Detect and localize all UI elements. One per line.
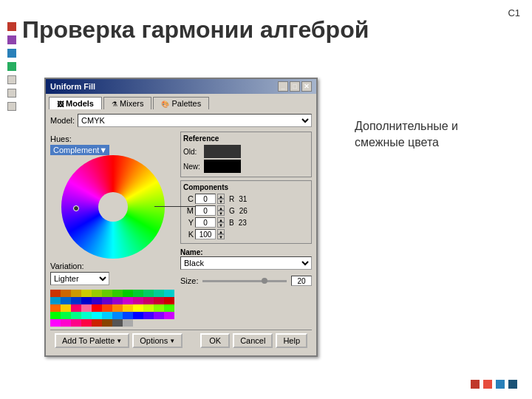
color-swatch[interactable] — [164, 304, 174, 312]
tab-mixers[interactable]: ⚗ Mixers — [103, 97, 151, 109]
color-swatch[interactable] — [112, 304, 123, 312]
color-swatch[interactable] — [143, 297, 154, 304]
color-swatch[interactable] — [123, 297, 133, 304]
color-swatch[interactable] — [164, 290, 174, 297]
color-swatch[interactable] — [61, 304, 71, 312]
tab-models[interactable]: 🖼 Models — [49, 97, 102, 109]
color-swatch[interactable] — [50, 297, 61, 304]
color-swatch[interactable] — [143, 312, 154, 319]
close-button[interactable]: ✕ — [301, 81, 312, 92]
color-swatch[interactable] — [112, 319, 123, 327]
color-swatch[interactable] — [102, 297, 112, 304]
color-swatch[interactable] — [50, 304, 61, 312]
cancel-button[interactable]: Cancel — [233, 333, 273, 348]
color-swatch[interactable] — [81, 312, 92, 319]
color-swatch[interactable] — [102, 290, 112, 297]
comp-y-input[interactable] — [195, 217, 216, 228]
color-swatch[interactable] — [71, 290, 81, 297]
minimize-button[interactable]: _ — [278, 81, 288, 92]
right-buttons: OK Cancel Help — [200, 333, 307, 348]
color-swatch[interactable] — [154, 304, 164, 312]
comp-k-down[interactable]: ▼ — [217, 234, 225, 239]
cancel-label: Cancel — [240, 336, 265, 345]
color-wheel-wrapper[interactable] — [61, 155, 165, 259]
color-swatch[interactable] — [92, 290, 102, 297]
color-swatch[interactable] — [112, 312, 123, 319]
color-swatch[interactable] — [50, 312, 61, 319]
color-swatch[interactable] — [81, 304, 92, 312]
hues-dropdown[interactable]: Complement ▼ — [50, 145, 109, 155]
comp-c-up[interactable]: ▲ — [217, 194, 225, 199]
comp-m-down[interactable]: ▼ — [217, 211, 225, 216]
comp-k-input[interactable] — [195, 229, 216, 239]
color-swatch[interactable] — [154, 312, 164, 319]
color-swatch[interactable] — [61, 297, 71, 304]
comp-c-input[interactable] — [195, 194, 216, 204]
color-swatch[interactable] — [92, 312, 102, 319]
color-swatch[interactable] — [61, 319, 71, 327]
size-input[interactable] — [291, 276, 312, 286]
options-button[interactable]: Options ▼ — [132, 333, 183, 348]
color-swatch[interactable] — [61, 312, 71, 319]
model-select[interactable]: CMYK — [78, 114, 312, 127]
color-swatch[interactable] — [154, 297, 164, 304]
size-slider[interactable] — [202, 280, 287, 282]
page-title: Проверка гармонии алгеброй — [22, 16, 369, 44]
name-select[interactable]: Black — [180, 256, 312, 270]
color-swatch[interactable] — [143, 290, 154, 297]
add-to-palette-button[interactable]: Add To Palette ▼ — [55, 333, 129, 348]
comp-m-up[interactable]: ▲ — [217, 205, 225, 211]
color-swatch[interactable] — [81, 319, 92, 327]
comp-c-down[interactable]: ▼ — [217, 199, 225, 204]
color-swatch[interactable] — [102, 319, 112, 327]
color-swatch[interactable] — [123, 312, 133, 319]
color-swatch[interactable] — [123, 319, 133, 327]
components-box: Components C ▲ ▼ R 31 M — [180, 180, 312, 244]
comp-y-down[interactable]: ▼ — [217, 222, 225, 228]
color-swatch[interactable] — [133, 290, 143, 297]
color-swatch[interactable] — [71, 297, 81, 304]
color-swatch[interactable] — [133, 312, 143, 319]
variation-select[interactable]: Lighter — [50, 272, 109, 285]
nav-dot-3[interactable] — [496, 380, 505, 389]
color-swatch[interactable] — [81, 290, 92, 297]
reference-title: Reference — [183, 134, 309, 143]
color-swatch[interactable] — [71, 319, 81, 327]
color-swatch[interactable] — [123, 304, 133, 312]
color-swatch[interactable] — [112, 290, 123, 297]
ok-button[interactable]: OK — [200, 333, 230, 348]
comp-y-up[interactable]: ▲ — [217, 217, 225, 222]
nav-dot-4[interactable] — [508, 380, 517, 389]
comp-c-spinner: ▲ ▼ — [217, 194, 225, 204]
comp-m-input[interactable] — [195, 205, 216, 216]
help-button[interactable]: Help — [276, 333, 307, 348]
maximize-button[interactable]: □ — [290, 81, 300, 92]
color-swatch[interactable] — [81, 297, 92, 304]
color-swatch[interactable] — [123, 290, 133, 297]
color-swatch[interactable] — [112, 297, 123, 304]
wheel-center — [98, 192, 128, 222]
color-swatch[interactable] — [102, 304, 112, 312]
color-swatch[interactable] — [71, 304, 81, 312]
comp-k-up[interactable]: ▲ — [217, 229, 225, 234]
color-swatch[interactable] — [133, 304, 143, 312]
dialog-title: Uniform Fill — [50, 82, 95, 91]
component-row-c: C ▲ ▼ R 31 — [183, 194, 309, 204]
color-swatch[interactable] — [50, 319, 61, 327]
color-swatch[interactable] — [154, 290, 164, 297]
color-swatch[interactable] — [102, 312, 112, 319]
tab-palettes[interactable]: 🎨 Palettes — [153, 97, 209, 109]
nav-dot-1[interactable] — [471, 380, 480, 389]
color-swatch[interactable] — [164, 297, 174, 304]
color-swatch[interactable] — [50, 290, 61, 297]
color-swatch[interactable] — [92, 319, 102, 327]
color-swatch[interactable] — [71, 312, 81, 319]
color-swatch[interactable] — [133, 297, 143, 304]
color-swatch[interactable] — [92, 304, 102, 312]
color-swatch[interactable] — [143, 304, 154, 312]
color-swatch[interactable] — [92, 297, 102, 304]
color-swatch[interactable] — [164, 312, 174, 319]
color-swatch[interactable] — [61, 290, 71, 297]
nav-dot-2[interactable] — [483, 380, 492, 389]
bottom-nav — [471, 380, 517, 389]
